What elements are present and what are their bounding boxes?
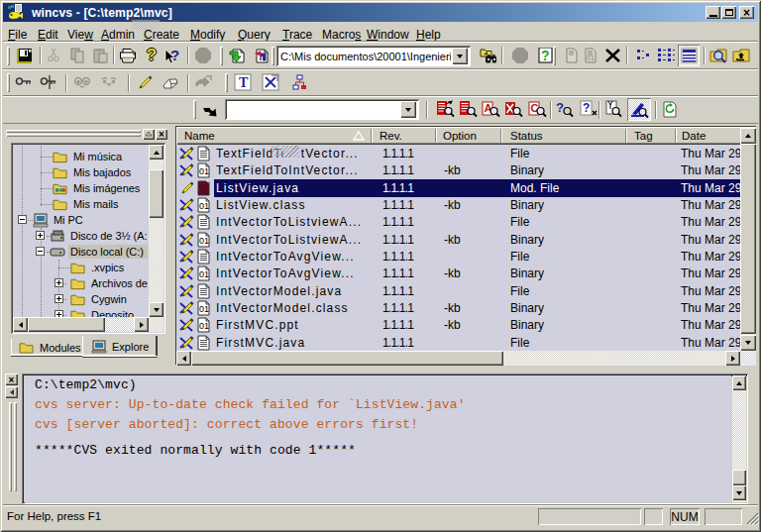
svg-text:?: ?	[583, 101, 590, 115]
svg-text:?: ?	[556, 100, 564, 115]
svg-text:01: 01	[199, 201, 209, 211]
svg-text:01: 01	[587, 54, 595, 61]
svg-text:01: 01	[199, 236, 209, 246]
svg-text:01: 01	[199, 166, 209, 176]
svg-text:?: ?	[541, 48, 550, 63]
svg-text:01: 01	[199, 304, 209, 314]
svg-text:01: 01	[199, 321, 209, 331]
svg-text:T: T	[239, 75, 249, 90]
svg-text:01: 01	[199, 269, 209, 279]
